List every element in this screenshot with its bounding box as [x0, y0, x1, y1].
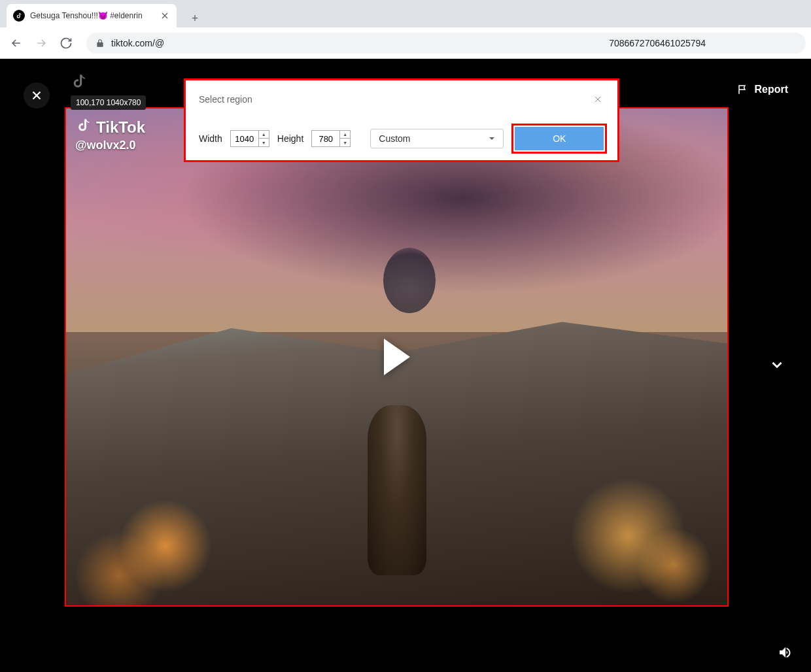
page-content: Report 100,170 1040x780 TikTok @wolvx2.0: [0, 59, 811, 672]
lock-icon: [95, 39, 105, 48]
preset-dropdown[interactable]: Custom: [370, 129, 504, 148]
report-link[interactable]: Report: [737, 84, 788, 95]
watermark-username: @wolvx2.0: [75, 139, 145, 152]
tab-strip: Getsuga Tenshou!!!👿 #eldenrin +: [0, 0, 811, 27]
width-spinner[interactable]: ▲ ▼: [230, 130, 269, 147]
resize-handle-se[interactable]: [725, 603, 729, 607]
browser-chrome: Getsuga Tenshou!!!👿 #eldenrin + tiktok.c…: [0, 0, 811, 59]
select-region-dialog: Select region Width ▲ ▼ Height ▲ ▼: [184, 78, 619, 162]
speaker-icon: [777, 645, 793, 660]
width-down-button[interactable]: ▼: [259, 139, 269, 146]
region-selection[interactable]: TikTok @wolvx2.0: [65, 107, 729, 607]
tiktok-logo-icon: [71, 73, 89, 94]
video-watermark: TikTok @wolvx2.0: [75, 118, 145, 152]
close-video-button[interactable]: [24, 82, 50, 109]
dropdown-value: Custom: [379, 133, 410, 144]
width-input[interactable]: [231, 134, 258, 144]
region-tooltip: 100,170 1040x780: [71, 95, 146, 110]
reload-button[interactable]: [55, 32, 77, 54]
report-label: Report: [754, 84, 788, 95]
forward-button[interactable]: [30, 32, 52, 54]
url-text: tiktok.com/@7086672706461025794: [111, 38, 706, 48]
width-up-button[interactable]: ▲: [259, 131, 269, 139]
ok-button-highlight: OK: [511, 124, 607, 154]
back-button[interactable]: [5, 32, 27, 54]
chevron-down-icon: [489, 135, 495, 142]
tiktok-favicon-icon: [13, 10, 25, 22]
video-character: [368, 405, 426, 575]
height-down-button[interactable]: ▼: [340, 139, 350, 146]
volume-button[interactable]: [773, 641, 797, 664]
browser-toolbar: tiktok.com/@7086672706461025794: [0, 27, 811, 59]
height-input[interactable]: [312, 134, 339, 144]
resize-handle-ne[interactable]: [725, 107, 729, 111]
watermark-brand: TikTok: [96, 118, 145, 137]
dialog-title: Select region: [199, 94, 252, 105]
height-spinner[interactable]: ▲ ▼: [311, 130, 351, 147]
flag-icon: [737, 84, 749, 95]
tiktok-watermark-icon: [75, 118, 94, 137]
browser-tab[interactable]: Getsuga Tenshou!!!👿 #eldenrin: [7, 4, 177, 27]
height-up-button[interactable]: ▲: [340, 131, 350, 139]
next-video-button[interactable]: [765, 353, 789, 377]
resize-handle-sw[interactable]: [65, 603, 69, 607]
new-tab-button[interactable]: +: [186, 9, 204, 27]
width-label: Width: [199, 133, 222, 144]
resize-handle-nw[interactable]: [65, 107, 69, 111]
tab-close-icon[interactable]: [160, 10, 170, 21]
video-creature: [383, 248, 436, 313]
play-button[interactable]: [384, 339, 410, 375]
chevron-down-icon: [768, 356, 785, 373]
close-icon: [593, 94, 603, 105]
dialog-close-button[interactable]: [591, 93, 604, 106]
ok-button[interactable]: OK: [515, 127, 604, 150]
url-bar[interactable]: tiktok.com/@7086672706461025794: [86, 33, 806, 54]
height-label: Height: [277, 133, 303, 144]
tab-title: Getsuga Tenshou!!!👿 #eldenrin: [30, 11, 154, 20]
